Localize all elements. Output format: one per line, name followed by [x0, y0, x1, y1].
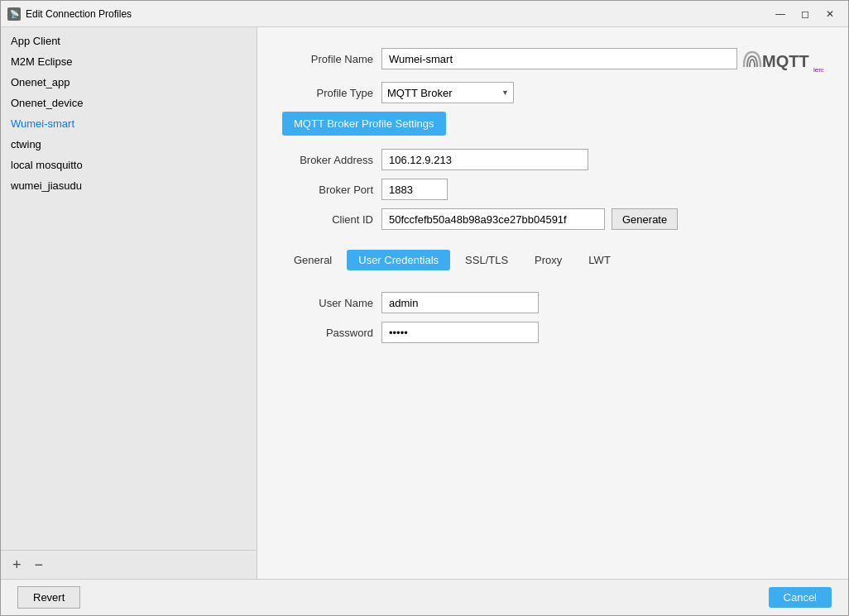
profile-name-input[interactable] [381, 48, 737, 69]
sidebar-item-ctwing[interactable]: ctwing [1, 134, 257, 155]
password-row: Password [282, 322, 823, 343]
client-id-input[interactable] [381, 208, 605, 230]
profile-name-row: Profile Name MQTT lens [282, 44, 823, 74]
svg-text:lens: lens [813, 66, 823, 74]
client-id-label: Client ID [282, 213, 381, 226]
broker-address-row: Broker Address [282, 149, 823, 170]
profile-type-wrapper: MQTT Broker MQTT Publisher MQTT Subscrib… [381, 82, 514, 103]
minimize-button[interactable]: — [769, 5, 792, 23]
password-label: Password [282, 327, 381, 339]
tabs-row: General User Credentials SSL/TLS Proxy L… [282, 250, 823, 270]
sidebar-item-wumei-jiasudu[interactable]: wumei_jiasudu [1, 175, 257, 196]
profile-type-label: Profile Type [282, 87, 381, 99]
main-content: App Client M2M Eclipse Onenet_app Onenet… [1, 27, 848, 579]
sidebar-item-onenet-device[interactable]: Onenet_device [1, 93, 257, 113]
sidebar-item-m2m-eclipse[interactable]: M2M Eclipse [1, 51, 257, 72]
section-button-row: MQTT Broker Profile Settings [282, 112, 823, 136]
tab-ssl-tls[interactable]: SSL/TLS [453, 250, 520, 270]
broker-port-row: Broker Port [282, 179, 823, 200]
mqtt-broker-settings-button[interactable]: MQTT Broker Profile Settings [282, 112, 446, 136]
sidebar-item-onenet-app[interactable]: Onenet_app [1, 72, 257, 93]
broker-port-label: Broker Port [282, 184, 381, 196]
client-id-row: Client ID Generate [282, 208, 823, 230]
window-controls: — ◻ ✕ [769, 5, 842, 23]
tab-lwt[interactable]: LWT [577, 250, 621, 270]
remove-profile-button[interactable]: − [31, 556, 47, 574]
broker-port-input[interactable] [381, 179, 448, 200]
sidebar: App Client M2M Eclipse Onenet_app Onenet… [1, 27, 257, 579]
sidebar-list: App Client M2M Eclipse Onenet_app Onenet… [1, 27, 257, 550]
username-label: User Name [282, 297, 381, 309]
generate-button[interactable]: Generate [612, 208, 678, 230]
sidebar-item-app-client[interactable]: App Client [1, 31, 257, 51]
revert-button[interactable]: Revert [17, 586, 80, 609]
close-button[interactable]: ✕ [818, 5, 842, 23]
profile-type-row: Profile Type MQTT Broker MQTT Publisher … [282, 82, 823, 103]
maximize-button[interactable]: ◻ [794, 5, 817, 23]
broker-address-label: Broker Address [282, 154, 381, 166]
tab-general[interactable]: General [282, 250, 343, 270]
title-bar: 📡 Edit Connection Profiles — ◻ ✕ [1, 1, 848, 27]
app-icon: 📡 [7, 7, 21, 21]
mqtt-logo-svg: MQTT lens [741, 44, 823, 74]
cancel-button[interactable]: Cancel [769, 587, 832, 608]
username-row: User Name [282, 292, 823, 313]
right-panel: Profile Name MQTT lens [257, 27, 848, 579]
profile-type-select[interactable]: MQTT Broker MQTT Publisher MQTT Subscrib… [381, 82, 514, 103]
username-input[interactable] [381, 292, 539, 313]
tab-proxy[interactable]: Proxy [523, 250, 573, 270]
mqtt-logo: MQTT lens [741, 44, 823, 74]
bottom-bar: Revert Cancel [1, 579, 848, 615]
window-title: Edit Connection Profiles [26, 8, 769, 20]
tab-user-credentials[interactable]: User Credentials [347, 250, 450, 270]
sidebar-item-wumei-smart[interactable]: Wumei-smart [1, 113, 257, 134]
credentials-section: User Name Password [282, 287, 823, 351]
broker-address-input[interactable] [381, 149, 588, 170]
add-profile-button[interactable]: + [9, 556, 25, 574]
profile-name-label: Profile Name [282, 53, 381, 65]
svg-text:MQTT: MQTT [762, 52, 809, 70]
password-input[interactable] [381, 322, 539, 343]
main-window: 📡 Edit Connection Profiles — ◻ ✕ App Cli… [0, 0, 849, 616]
sidebar-footer: + − [1, 550, 257, 579]
sidebar-item-local-mosquitto[interactable]: local mosquitto [1, 155, 257, 175]
